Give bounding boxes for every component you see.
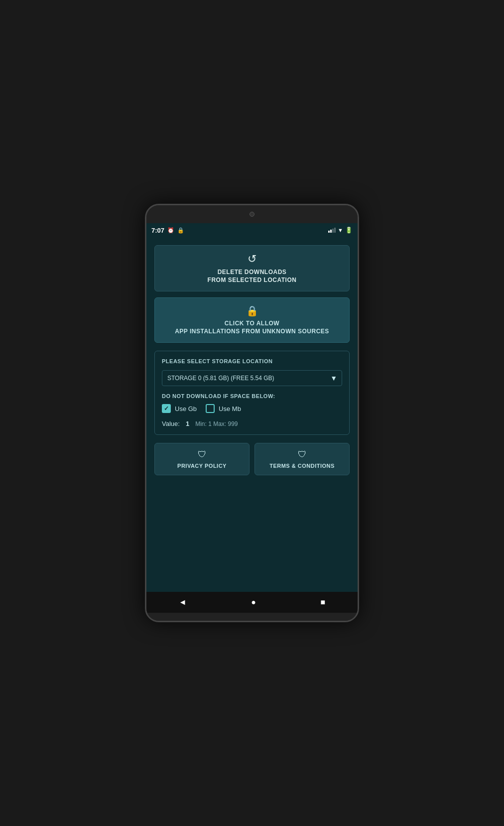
status-bar-left: 7:07 ⏰ 🔒	[151, 227, 184, 234]
status-time: 7:07	[151, 227, 164, 234]
checkbox-row: ✓ Use Gb Use Mb	[162, 404, 342, 413]
nav-home-button[interactable]: ●	[243, 595, 264, 610]
value-number: 1	[186, 420, 189, 427]
status-bar: 7:07 ⏰ 🔒 ▼ 🔋	[146, 223, 358, 237]
use-mb-label: Use Mb	[219, 405, 241, 413]
value-row: Value: 1 Min: 1 Max: 999	[162, 420, 342, 427]
storage-select-wrapper[interactable]: STORAGE 0 (5.81 GB) (FREE 5.54 GB) ▼	[162, 370, 342, 386]
delete-downloads-button[interactable]: ↺ DELETE DOWNLOADSFROM SELECTED LOCATION	[154, 245, 350, 291]
no-download-label: DO NOT DOWNLOAD IF SPACE BELOW:	[162, 393, 342, 399]
privacy-policy-button[interactable]: 🛡 PRIVACY POLICY	[154, 443, 250, 475]
signal-bars	[328, 228, 336, 233]
value-constraint: Min: 1 Max: 999	[195, 420, 238, 427]
battery-icon: 🔋	[345, 227, 353, 234]
screen-content: ↺ DELETE DOWNLOADSFROM SELECTED LOCATION…	[146, 237, 358, 592]
storage-panel: PLEASE SELECT STORAGE LOCATION STORAGE 0…	[154, 351, 350, 435]
use-mb-checkbox[interactable]	[206, 404, 215, 413]
privacy-shield-icon: 🛡	[198, 449, 207, 460]
status-bar-right: ▼ 🔋	[328, 227, 353, 234]
use-gb-label: Use Gb	[175, 405, 197, 413]
camera	[250, 212, 254, 217]
wifi-icon: ▼	[338, 227, 343, 233]
privacy-policy-label: PRIVACY POLICY	[177, 463, 227, 469]
checkmark-icon: ✓	[164, 405, 169, 412]
lock-icon: 🔒	[177, 227, 184, 234]
nav-recents-button[interactable]: ■	[313, 595, 334, 610]
terms-shield-icon: 🛡	[298, 449, 307, 460]
allow-installations-button[interactable]: 🔒 CLICK TO ALLOWAPP INSTALLATIONS FROM U…	[154, 297, 350, 343]
terms-conditions-label: TERMS & CONDITIONS	[269, 463, 335, 469]
value-label: Value:	[162, 420, 180, 427]
terms-conditions-button[interactable]: 🛡 TERMS & CONDITIONS	[254, 443, 350, 475]
alarm-icon: ⏰	[167, 227, 174, 234]
refresh-icon: ↺	[248, 253, 256, 266]
delete-downloads-label: DELETE DOWNLOADSFROM SELECTED LOCATION	[208, 269, 297, 284]
use-gb-checkbox[interactable]: ✓	[162, 404, 171, 413]
storage-panel-title: PLEASE SELECT STORAGE LOCATION	[162, 358, 342, 364]
tablet-top-bezel	[146, 205, 358, 223]
footer-buttons: 🛡 PRIVACY POLICY 🛡 TERMS & CONDITIONS	[154, 443, 350, 475]
tablet-bottom-bezel	[146, 613, 358, 621]
use-gb-checkbox-item[interactable]: ✓ Use Gb	[162, 404, 197, 413]
use-mb-checkbox-item[interactable]: Use Mb	[206, 404, 241, 413]
tablet-frame: 7:07 ⏰ 🔒 ▼ 🔋 ↺ DELETE DOWNLOADSFROM SELE…	[145, 204, 359, 622]
nav-back-button[interactable]: ◄	[171, 595, 195, 610]
storage-select[interactable]: STORAGE 0 (5.81 GB) (FREE 5.54 GB)	[162, 370, 342, 386]
padlock-icon: 🔒	[246, 305, 258, 317]
allow-installations-label: CLICK TO ALLOWAPP INSTALLATIONS FROM UNK…	[175, 320, 329, 335]
nav-bar: ◄ ● ■	[146, 592, 358, 613]
